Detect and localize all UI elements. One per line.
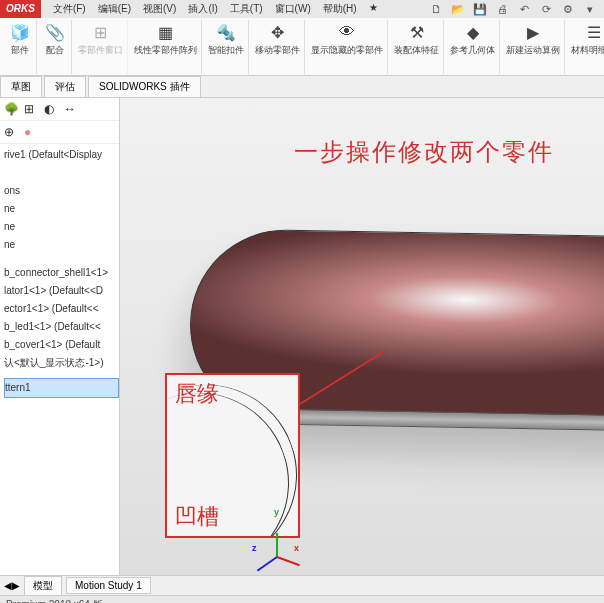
move-icon: ✥ xyxy=(266,20,290,44)
undo-icon[interactable]: ↶ xyxy=(516,1,532,17)
3d-viewport[interactable]: 一步操作修改两个零件 唇缘 凹槽 y x z xyxy=(120,98,604,575)
menu-star-icon[interactable]: ★ xyxy=(369,2,378,16)
title-bar: ORKS 文件(F) 编辑(E) 视图(V) 插入(I) 工具(T) 窗口(W)… xyxy=(0,0,604,18)
mate-icon: 📎 xyxy=(43,20,67,44)
new-icon[interactable]: 🗋 xyxy=(428,1,444,17)
status-version: Premium 2018 x64 版 xyxy=(6,598,103,604)
bottom-tabs: ◀▶ 模型 Motion Study 1 xyxy=(0,575,604,595)
ribbon-group-pattern[interactable]: ▦ 线性零部件阵列 xyxy=(130,20,202,74)
menu-help[interactable]: 帮助(H) xyxy=(323,2,357,16)
panel-tabs: 🌳 ⊞ ◐ ↔ xyxy=(0,98,119,121)
ribbon-group-window[interactable]: ⊞ 零部件窗口 xyxy=(74,20,128,74)
display-tab-icon[interactable]: ⊕ xyxy=(4,125,18,139)
tab-evaluate[interactable]: 评估 xyxy=(44,76,86,97)
ribbon-toolbar: 🧊 部件 📎 配合 ⊞ 零部件窗口 ▦ 线性零部件阵列 🔩 智能扣件 ✥ 移动零… xyxy=(0,18,604,76)
tab-motion-study[interactable]: Motion Study 1 xyxy=(66,577,151,594)
ribbon-group-material[interactable]: ☰ 材料明细表 xyxy=(567,20,604,74)
appearance-tab-icon[interactable]: ● xyxy=(24,125,38,139)
triad-y-label: y xyxy=(274,507,279,517)
tree-item-selected[interactable]: ttern1 xyxy=(4,378,119,398)
view-triad[interactable]: y x z xyxy=(256,517,296,557)
config-tab-icon[interactable]: ◐ xyxy=(44,102,58,116)
menu-file[interactable]: 文件(F) xyxy=(53,2,86,16)
part-icon: 🧊 xyxy=(8,20,32,44)
tree-item[interactable]: 认<默认_显示状态-1>) xyxy=(4,354,119,372)
ribbon-group-assembly[interactable]: ⚒ 装配体特征 xyxy=(390,20,444,74)
app-logo: ORKS xyxy=(0,0,41,18)
ribbon-group-smart[interactable]: 🔩 智能扣件 xyxy=(204,20,249,74)
feature-tree-panel: 🌳 ⊞ ◐ ↔ ⊕ ● rive1 (Default<Display ons n… xyxy=(0,98,120,575)
material-icon: ☰ xyxy=(582,20,605,44)
tree-item[interactable]: lator1<1> (Default<<D xyxy=(4,282,119,300)
tab-layout[interactable]: 草图 xyxy=(0,76,42,97)
save-icon[interactable]: 💾 xyxy=(472,1,488,17)
tree-item[interactable]: ne xyxy=(4,218,119,236)
reference-icon: ◆ xyxy=(461,20,485,44)
ribbon-group-move[interactable]: ✥ 移动零部件 xyxy=(251,20,305,74)
callout-detail-view: 唇缘 凹槽 xyxy=(165,373,300,538)
print-icon[interactable]: 🖨 xyxy=(494,1,510,17)
feature-tree: rive1 (Default<Display ons ne ne ne b_co… xyxy=(0,144,119,400)
ribbon-group-mate[interactable]: 📎 配合 xyxy=(39,20,72,74)
tree-item[interactable]: ons xyxy=(4,182,119,200)
annotation-main: 一步操作修改两个零件 xyxy=(294,136,554,168)
bottom-tabs-nav-icon[interactable]: ◀▶ xyxy=(4,580,20,591)
triad-y-axis xyxy=(276,533,278,557)
ribbon-group-motion[interactable]: ▶ 新建运动算例 xyxy=(502,20,565,74)
ribbon-group-showhide[interactable]: 👁 显示隐藏的零部件 xyxy=(307,20,388,74)
window-icon: ⊞ xyxy=(89,20,113,44)
tree-item[interactable]: ne xyxy=(4,200,119,218)
menu-view[interactable]: 视图(V) xyxy=(143,2,176,16)
dim-tab-icon[interactable]: ↔ xyxy=(64,102,78,116)
menu-bar: 文件(F) 编辑(E) 视图(V) 插入(I) 工具(T) 窗口(W) 帮助(H… xyxy=(41,2,378,16)
tree-root[interactable]: rive1 (Default<Display xyxy=(4,146,119,164)
tree-item[interactable]: ector1<1> (Default<< xyxy=(4,300,119,318)
tree-item[interactable]: b_led1<1> (Default<< xyxy=(4,318,119,336)
tree-item[interactable]: b_cover1<1> (Default xyxy=(4,336,119,354)
ribbon-group-reference[interactable]: ◆ 参考几何体 xyxy=(446,20,500,74)
feature-tree-tab-icon[interactable]: 🌳 xyxy=(4,102,18,116)
command-tabs: 草图 评估 SOLIDWORKS 插件 xyxy=(0,76,604,98)
tree-item[interactable]: b_connector_shell1<1> xyxy=(4,264,119,282)
showhide-icon: 👁 xyxy=(335,20,359,44)
panel-sub-tabs: ⊕ ● xyxy=(0,121,119,144)
tab-plugins[interactable]: SOLIDWORKS 插件 xyxy=(88,76,201,97)
open-icon[interactable]: 📂 xyxy=(450,1,466,17)
pattern-icon: ▦ xyxy=(154,20,178,44)
assembly-icon: ⚒ xyxy=(405,20,429,44)
menu-window[interactable]: 窗口(W) xyxy=(275,2,311,16)
triad-x-label: x xyxy=(294,543,299,553)
triad-z-label: z xyxy=(252,543,257,553)
menu-insert[interactable]: 插入(I) xyxy=(188,2,217,16)
property-tab-icon[interactable]: ⊞ xyxy=(24,102,38,116)
quick-access-toolbar: 🗋 📂 💾 🖨 ↶ ⟳ ⚙ ▾ xyxy=(428,1,604,17)
options-icon[interactable]: ⚙ xyxy=(560,1,576,17)
main-area: 🌳 ⊞ ◐ ↔ ⊕ ● rive1 (Default<Display ons n… xyxy=(0,98,604,575)
ribbon-group-part[interactable]: 🧊 部件 xyxy=(4,20,37,74)
triad-x-axis xyxy=(277,556,300,566)
status-bar: Premium 2018 x64 版 xyxy=(0,595,604,603)
smart-icon: 🔩 xyxy=(214,20,238,44)
dropdown-icon[interactable]: ▾ xyxy=(582,1,598,17)
menu-tools[interactable]: 工具(T) xyxy=(230,2,263,16)
tab-model[interactable]: 模型 xyxy=(24,576,62,596)
tree-item[interactable]: ne xyxy=(4,236,119,254)
triad-z-axis xyxy=(257,556,278,571)
rebuild-icon[interactable]: ⟳ xyxy=(538,1,554,17)
menu-edit[interactable]: 编辑(E) xyxy=(98,2,131,16)
motion-icon: ▶ xyxy=(521,20,545,44)
